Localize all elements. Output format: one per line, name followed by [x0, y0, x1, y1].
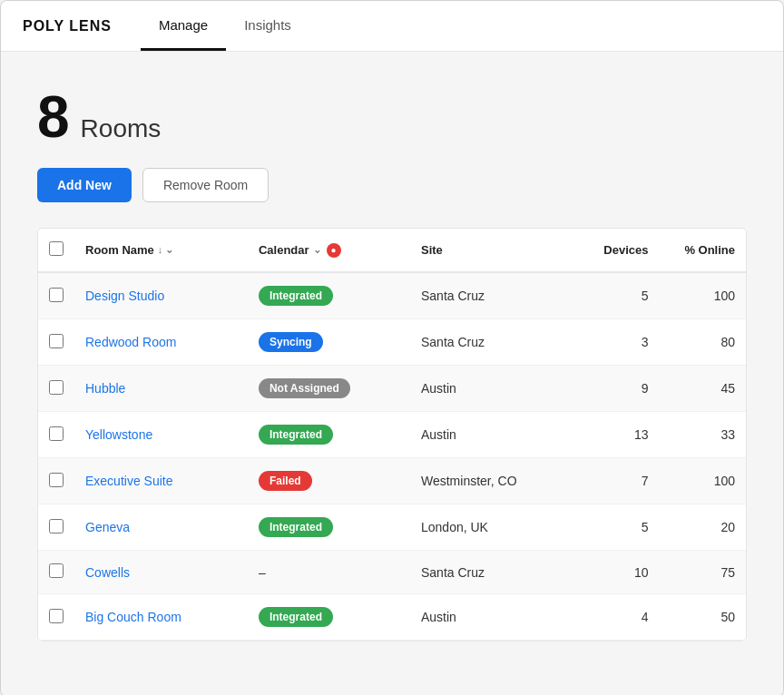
- nav-bar: POLY LENS Manage Insights: [1, 1, 783, 52]
- room-name-sort-icons: ↓ ⌄: [158, 244, 174, 256]
- row-7-checkbox[interactable]: [49, 563, 64, 578]
- room-name-link[interactable]: Cowells: [85, 565, 130, 580]
- room-name-cell[interactable]: Design Studio: [74, 272, 248, 319]
- room-name-cell[interactable]: Geneva: [74, 504, 248, 551]
- row-6-checkbox[interactable]: [49, 519, 64, 533]
- calendar-badge: Integrated: [259, 425, 333, 445]
- devices-cell: 10: [573, 551, 659, 594]
- row-3-checkbox[interactable]: [49, 380, 64, 395]
- row-checkbox-cell: [38, 594, 74, 641]
- calendar-badge: Syncing: [259, 332, 323, 352]
- online-cell: 75: [659, 551, 746, 594]
- nav-tabs: Manage Insights: [141, 1, 309, 51]
- remove-room-button[interactable]: Remove Room: [142, 168, 269, 202]
- th-calendar[interactable]: Calendar ⌄ ●: [248, 229, 410, 272]
- devices-cell: 9: [573, 366, 659, 412]
- row-checkbox-cell: [38, 458, 74, 504]
- calendar-badge: Failed: [259, 471, 312, 491]
- row-checkbox-cell: [38, 504, 74, 551]
- row-5-checkbox[interactable]: [49, 473, 64, 487]
- calendar-badge: Integrated: [259, 607, 333, 627]
- online-cell: 100: [659, 458, 746, 504]
- room-name-link[interactable]: Design Studio: [85, 289, 164, 303]
- calendar-cell: Not Assigned: [248, 366, 410, 412]
- table-row: Design StudioIntegratedSanta Cruz5100: [38, 272, 746, 319]
- table-header-row: Room Name ↓ ⌄ Calendar ⌄ ●: [38, 229, 746, 272]
- table-row: Redwood RoomSyncingSanta Cruz380: [38, 319, 746, 366]
- site-cell: Westminster, CO: [410, 458, 573, 504]
- table-row: GenevaIntegratedLondon, UK520: [38, 504, 746, 551]
- online-cell: 20: [659, 504, 746, 551]
- table-row: HubbleNot AssignedAustin945: [38, 366, 746, 412]
- table-row: Cowells–Santa Cruz1075: [38, 551, 746, 594]
- main-content: 8 Rooms Add New Remove Room Room Name: [1, 52, 783, 695]
- tab-insights[interactable]: Insights: [226, 1, 309, 51]
- stats-row: 8 Rooms: [37, 88, 747, 146]
- app-window: POLY LENS Manage Insights 8 Rooms Add Ne…: [0, 0, 784, 695]
- rooms-table-wrap: Room Name ↓ ⌄ Calendar ⌄ ●: [37, 228, 747, 641]
- room-name-cell[interactable]: Cowells: [74, 551, 248, 594]
- calendar-cell: Integrated: [248, 272, 410, 319]
- calendar-badge: Not Assigned: [259, 378, 350, 398]
- th-devices: Devices: [573, 229, 659, 272]
- room-name-link[interactable]: Big Couch Room: [85, 610, 181, 624]
- tab-manage[interactable]: Manage: [141, 1, 226, 51]
- row-4-checkbox[interactable]: [49, 426, 64, 441]
- row-8-checkbox[interactable]: [49, 609, 64, 623]
- online-cell: 100: [659, 272, 746, 319]
- rooms-label: Rooms: [81, 114, 162, 143]
- calendar-cell: Integrated: [248, 594, 410, 641]
- table-body: Design StudioIntegratedSanta Cruz5100Red…: [38, 272, 746, 641]
- calendar-cell: Syncing: [248, 319, 410, 366]
- online-cell: 45: [659, 366, 746, 412]
- devices-cell: 7: [573, 458, 659, 504]
- room-name-cell[interactable]: Hubble: [74, 366, 248, 412]
- online-cell: 33: [659, 412, 746, 458]
- row-1-checkbox[interactable]: [49, 288, 64, 302]
- room-name-link[interactable]: Hubble: [85, 381, 125, 396]
- row-checkbox-cell: [38, 551, 74, 594]
- calendar-filter-icon: ●: [327, 243, 341, 258]
- row-checkbox-cell: [38, 319, 74, 366]
- site-cell: Austin: [410, 594, 573, 641]
- devices-cell: 5: [573, 504, 659, 551]
- room-name-cell[interactable]: Executive Suite: [74, 458, 248, 504]
- table-row: Executive SuiteFailedWestminster, CO7100: [38, 458, 746, 504]
- select-all-checkbox[interactable]: [49, 241, 64, 256]
- online-cell: 80: [659, 319, 746, 366]
- room-name-link[interactable]: Geneva: [85, 520, 130, 534]
- room-name-cell[interactable]: Big Couch Room: [74, 594, 248, 641]
- site-cell: London, UK: [410, 504, 573, 551]
- room-name-link[interactable]: Executive Suite: [85, 474, 173, 488]
- calendar-cell: Integrated: [248, 504, 410, 551]
- app-logo: POLY LENS: [23, 18, 112, 34]
- online-cell: 50: [659, 594, 746, 641]
- rooms-count: 8: [37, 88, 70, 146]
- th-site: Site: [410, 229, 573, 272]
- devices-cell: 4: [573, 594, 659, 641]
- calendar-badge: Integrated: [259, 286, 333, 306]
- table-row: YellowstoneIntegratedAustin1333: [38, 412, 746, 458]
- devices-cell: 13: [573, 412, 659, 458]
- row-checkbox-cell: [38, 412, 74, 458]
- room-name-cell[interactable]: Yellowstone: [74, 412, 248, 458]
- th-online: % Online: [659, 229, 746, 272]
- action-row: Add New Remove Room: [37, 168, 747, 202]
- calendar-cell: –: [248, 551, 410, 594]
- room-name-cell[interactable]: Redwood Room: [74, 319, 248, 366]
- th-room-name[interactable]: Room Name ↓ ⌄: [74, 229, 248, 272]
- add-new-button[interactable]: Add New: [37, 168, 132, 202]
- row-2-checkbox[interactable]: [49, 334, 64, 348]
- rooms-table: Room Name ↓ ⌄ Calendar ⌄ ●: [38, 229, 746, 641]
- th-checkbox: [38, 229, 74, 272]
- table-row: Big Couch RoomIntegratedAustin450: [38, 594, 746, 641]
- devices-cell: 5: [573, 272, 659, 319]
- calendar-cell: Failed: [248, 458, 410, 504]
- room-name-link[interactable]: Redwood Room: [85, 335, 176, 349]
- row-checkbox-cell: [38, 366, 74, 412]
- site-cell: Austin: [410, 412, 573, 458]
- calendar-cell: Integrated: [248, 412, 410, 458]
- calendar-badge: Integrated: [259, 517, 333, 537]
- row-checkbox-cell: [38, 272, 74, 319]
- room-name-link[interactable]: Yellowstone: [85, 427, 152, 442]
